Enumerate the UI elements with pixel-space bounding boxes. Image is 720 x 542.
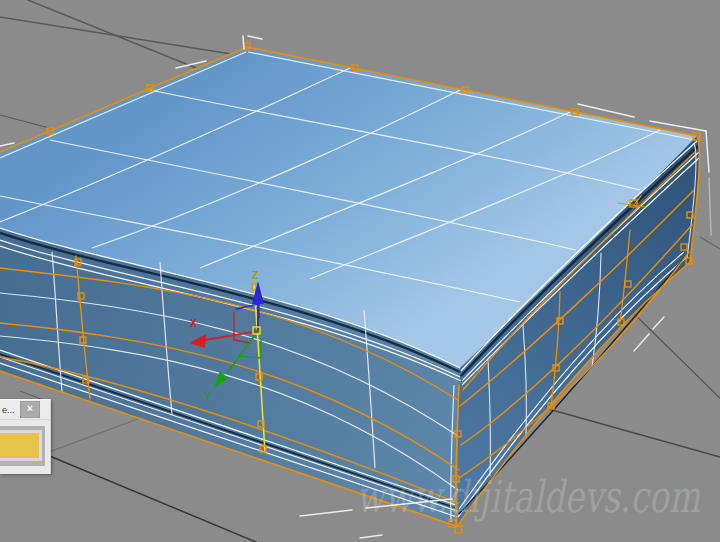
gizmo-y-label: Y [204,391,211,402]
color-swatch[interactable] [0,430,42,461]
swatch-frame [0,426,45,466]
floating-panel-title: e... [0,405,20,415]
gizmo-z-label: Z [252,270,258,281]
floating-panel-body [0,420,50,474]
application-window: www.dijitaldevs.com X Y Z e.. [0,0,720,542]
floating-panel-titlebar[interactable]: e... × [0,400,50,420]
floating-panel[interactable]: e... × [0,399,51,474]
close-icon[interactable]: × [20,401,40,418]
3d-viewport[interactable]: www.dijitaldevs.com X Y Z [0,0,720,542]
gizmo-x-label: X [190,318,197,329]
watermark: www.dijitaldevs.com [356,471,700,522]
